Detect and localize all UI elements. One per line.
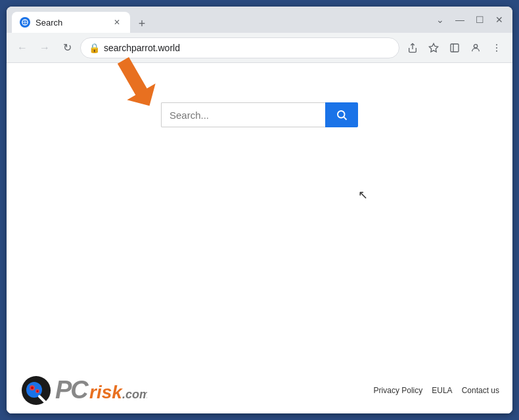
eula-link[interactable]: EULA [432,386,452,395]
new-tab-button[interactable]: + [133,14,151,33]
search-area [7,63,512,127]
browser-window: Search ✕ + ⌄ — ☐ ✕ ← → ↻ 🔒 searchparrot.… [7,7,512,413]
annotation-arrow [112,56,164,118]
tab-title: Search [35,18,106,28]
menu-button[interactable] [487,39,506,57]
svg-point-9 [496,47,497,49]
footer-links: Privacy Policy EULA Contact us [374,386,499,395]
chevron-down-button[interactable]: ⌄ [432,12,448,28]
svg-point-19 [31,387,34,389]
svg-text:.com: .com [122,388,147,401]
svg-marker-11 [112,56,164,114]
sidebar-button[interactable] [445,39,464,57]
search-button[interactable] [325,102,358,127]
contact-us-link[interactable]: Contact us [462,386,499,395]
maximize-button[interactable]: ☐ [472,12,487,28]
svg-text:risk: risk [89,382,123,402]
svg-point-7 [474,44,477,47]
minimize-button[interactable]: — [452,12,468,28]
svg-marker-4 [429,43,438,52]
tab-area: Search ✕ + [12,7,432,33]
page-footer: PC risk .com Privacy Policy EULA Contact… [7,368,512,413]
svg-text:PC: PC [55,376,89,404]
svg-point-12 [338,111,345,118]
toolbar: ← → ↻ 🔒 searchparrot.world [7,33,512,63]
search-input[interactable] [161,102,325,127]
bookmark-button[interactable] [424,39,443,57]
address-text: searchparrot.world [104,43,180,53]
page-content: ↖ PC ris [7,63,512,413]
profile-button[interactable] [466,39,485,57]
svg-line-13 [344,117,346,119]
tab-favicon [20,17,30,28]
title-bar: Search ✕ + ⌄ — ☐ ✕ [7,7,512,33]
tab-close-button[interactable]: ✕ [112,17,122,28]
pcrisk-logo-icon [20,374,53,407]
forward-button[interactable]: → [35,39,54,57]
title-bar-controls: ⌄ — ☐ ✕ [432,12,507,28]
reload-button[interactable]: ↻ [58,39,76,57]
share-button[interactable] [403,39,422,57]
pcrisk-logo: PC risk .com [20,374,147,407]
svg-point-20 [37,390,39,392]
address-bar[interactable]: 🔒 searchparrot.world [80,37,399,58]
svg-rect-5 [451,44,459,52]
search-box-wrapper [161,102,358,127]
active-tab[interactable]: Search ✕ [12,12,130,33]
toolbar-actions [403,39,506,57]
pcrisk-wordmark: PC risk .com [55,375,147,406]
lock-icon: 🔒 [89,43,100,53]
svg-point-10 [496,50,497,51]
privacy-policy-link[interactable]: Privacy Policy [374,386,423,395]
cursor: ↖ [358,188,368,202]
close-button[interactable]: ✕ [491,12,507,28]
back-button[interactable]: ← [13,39,32,57]
svg-point-8 [496,44,497,45]
